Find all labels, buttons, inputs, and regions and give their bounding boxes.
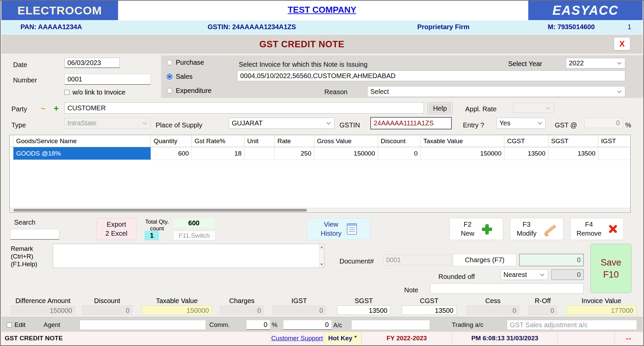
remark-textarea[interactable] bbox=[53, 244, 324, 268]
total-label: CGST bbox=[402, 297, 457, 304]
chevron-down-icon bbox=[326, 120, 331, 125]
total-value[interactable]: 13500 bbox=[337, 305, 390, 315]
total-value: 177000 bbox=[567, 305, 636, 315]
f3-modify-button[interactable]: F3Modify bbox=[510, 218, 564, 240]
ac-input[interactable] bbox=[351, 320, 430, 330]
caret-down-icon bbox=[354, 336, 357, 338]
invoice-select-input[interactable]: 0004,05/10/2022,56560,CUSTOMER,AHMEDABAD bbox=[237, 70, 625, 81]
col-goods-name: Goods/Service Name bbox=[13, 135, 151, 147]
close-button[interactable]: X bbox=[614, 37, 630, 50]
scrollbar-thumb[interactable] bbox=[13, 209, 307, 212]
trading-ac-input[interactable]: GST Sales adjustment a/c bbox=[507, 320, 637, 330]
rounded-off-dropdown[interactable]: Nearest bbox=[500, 269, 548, 280]
note-label: Note bbox=[404, 286, 418, 294]
pencil-icon bbox=[545, 224, 556, 234]
f2-line1: F2 bbox=[461, 220, 474, 229]
total-invoice-value: Invoice Value 177000 bbox=[567, 297, 636, 315]
remark-label: Remark (Ctrl+R) (F1.Help) bbox=[11, 245, 37, 268]
note-input[interactable] bbox=[430, 283, 584, 294]
save-button[interactable]: SaveF10 bbox=[590, 244, 632, 293]
document-label: Document# bbox=[339, 257, 374, 265]
wo-link-label: w/o link to Invoice bbox=[72, 89, 125, 96]
charges-amount-input[interactable]: 0 bbox=[519, 254, 584, 266]
radio-purchase[interactable]: Purchase bbox=[167, 59, 204, 66]
page-title: GST CREDIT NOTE bbox=[1, 39, 602, 50]
charges-button[interactable]: Charges (F7) bbox=[453, 254, 517, 266]
number-input[interactable]: 0001 bbox=[64, 74, 151, 85]
select-year-value: 2022 bbox=[566, 59, 618, 67]
trading-ac-label: Trading a/c bbox=[452, 321, 483, 329]
cell-sgst: 13500 bbox=[548, 147, 598, 160]
table-horizontal-scrollbar[interactable] bbox=[10, 208, 630, 212]
status-datetime: PM 6:08:13 31/03/2023 bbox=[452, 332, 557, 345]
appl-rate-dropdown[interactable] bbox=[513, 103, 554, 113]
date-input[interactable]: 06/03/2023 bbox=[64, 58, 120, 68]
gst-at-input[interactable]: 0 bbox=[584, 118, 623, 128]
invoice-type-panel: Purchase Sales Expenditure Select Invoic… bbox=[161, 55, 643, 98]
scroll-up-icon[interactable] bbox=[320, 246, 323, 248]
total-label: IGST bbox=[272, 297, 326, 304]
tilde-icon[interactable]: ~ bbox=[41, 104, 46, 113]
hot-key-label: Hot Key bbox=[328, 335, 353, 342]
edit-checkbox[interactable]: Edit bbox=[7, 321, 25, 329]
table-row[interactable]: GOODS @18% 600 18 250 150000 0 150000 13… bbox=[10, 147, 630, 160]
cell-goods-name: GOODS @18% bbox=[13, 147, 151, 160]
row-selector[interactable] bbox=[10, 147, 13, 160]
place-of-supply-dropdown[interactable]: GUJARAT bbox=[229, 118, 334, 129]
radio-expenditure[interactable]: Expenditure bbox=[167, 87, 212, 95]
total-label: SGST bbox=[337, 297, 390, 304]
f2-line2: New bbox=[461, 229, 474, 238]
cell-unit bbox=[245, 147, 275, 160]
entry-dropdown[interactable]: Yes bbox=[496, 118, 546, 129]
comm-amount-input[interactable]: 0 bbox=[283, 320, 332, 330]
total-value[interactable]: 13500 bbox=[402, 305, 457, 315]
f3-line1: F3 bbox=[517, 220, 537, 229]
col-igst: IGST bbox=[598, 135, 629, 147]
row-selector-header bbox=[10, 135, 13, 147]
f11-switch-button[interactable]: F11.Switch bbox=[173, 231, 215, 240]
type-value: IntraState bbox=[65, 119, 143, 127]
total-value: 0 bbox=[272, 305, 326, 315]
type-dropdown[interactable]: IntraState bbox=[64, 118, 151, 129]
f2-new-button[interactable]: F2New bbox=[449, 218, 503, 240]
comm-percent-input[interactable]: 0 bbox=[246, 320, 270, 330]
cell-rate: 250 bbox=[275, 147, 314, 160]
status-title: GST CREDIT NOTE bbox=[1, 332, 270, 345]
radio-sales[interactable]: Sales bbox=[167, 73, 193, 80]
total-label: Cess bbox=[467, 297, 519, 304]
status-spacer bbox=[557, 332, 614, 345]
reason-dropdown[interactable]: Select bbox=[367, 86, 625, 97]
wo-link-checkbox[interactable]: w/o link to Invoice bbox=[64, 89, 125, 96]
f4-remove-button[interactable]: F4Remove bbox=[570, 218, 624, 240]
party-gstin-input[interactable]: 24AAAAA1111A1ZS bbox=[370, 117, 452, 129]
search-input[interactable] bbox=[10, 229, 59, 240]
agent-input[interactable] bbox=[79, 320, 206, 330]
view-history-button[interactable]: ViewHistory bbox=[307, 218, 371, 240]
party-input[interactable]: CUSTOMER bbox=[64, 102, 424, 114]
chevron-down-icon bbox=[538, 120, 542, 125]
remark-line1: Remark bbox=[11, 245, 37, 252]
total-qty-line1: Total Qty. bbox=[142, 219, 172, 225]
checkbox-icon bbox=[64, 90, 69, 95]
total-sgst: SGST 13500 bbox=[337, 297, 390, 315]
reason-label: Reason bbox=[324, 88, 347, 96]
total-roff: R-Off 0 bbox=[528, 297, 557, 315]
customer-support-link[interactable]: Customer Support bbox=[270, 332, 324, 345]
help-button[interactable]: Help bbox=[427, 102, 452, 114]
select-year-dropdown[interactable]: 2022 bbox=[566, 58, 625, 68]
hot-key-menu[interactable]: Hot Key bbox=[324, 332, 361, 345]
save-line1: Save bbox=[601, 256, 622, 269]
export-excel-button[interactable]: Export2 Excel bbox=[96, 218, 137, 240]
close-icon: X bbox=[619, 39, 625, 49]
mobile-text: M: 7935014600 bbox=[548, 23, 595, 31]
pan-text: PAN: AAAAA1234A bbox=[20, 23, 82, 31]
total-value: 150000 bbox=[142, 305, 212, 315]
total-cess: Cess 0 bbox=[467, 297, 519, 315]
total-qty-value: 600 bbox=[173, 219, 215, 228]
gst-credit-note-window: ELECTROCOM TEST COMPANY EASYACC PAN: AAA… bbox=[0, 0, 644, 346]
scroll-down-icon[interactable] bbox=[320, 264, 323, 266]
view-history-line1: View bbox=[321, 220, 341, 229]
add-party-icon[interactable]: + bbox=[54, 103, 59, 114]
remark-scrollbar[interactable] bbox=[319, 244, 324, 268]
invoice-select-caption: Select Invoice for which this Note is Is… bbox=[239, 61, 368, 68]
